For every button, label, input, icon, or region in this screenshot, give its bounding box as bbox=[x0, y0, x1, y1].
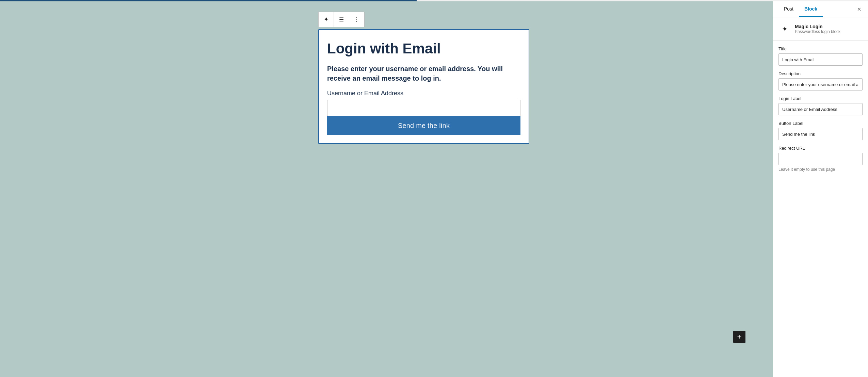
field-input-button-label[interactable] bbox=[778, 128, 863, 140]
sidebar-fields: Title Description Login Label Button Lab… bbox=[773, 41, 868, 177]
field-group-login-label: Login Label bbox=[778, 96, 863, 115]
login-block-input[interactable] bbox=[327, 100, 520, 116]
field-input-title[interactable] bbox=[778, 53, 863, 66]
more-icon: ⋮ bbox=[354, 16, 359, 23]
sidebar-tabs: Post Block bbox=[778, 1, 823, 17]
align-icon: ☰ bbox=[339, 16, 344, 23]
login-block-input-label: Username or Email Address bbox=[327, 90, 520, 97]
field-group-redirect-url: Redirect URL Leave it empty to use this … bbox=[778, 146, 863, 172]
login-block-title: Login with Email bbox=[327, 40, 520, 57]
field-hint-redirect-url: Leave it empty to use this page bbox=[778, 167, 863, 172]
more-options-button[interactable]: ⋮ bbox=[349, 12, 364, 27]
block-type-icon: ✦ bbox=[778, 23, 791, 35]
field-label-title: Title bbox=[778, 46, 863, 51]
field-input-description[interactable] bbox=[778, 78, 863, 91]
field-input-login-label[interactable] bbox=[778, 103, 863, 115]
tab-block[interactable]: Block bbox=[799, 1, 823, 17]
magic-icon-button[interactable]: ✦ bbox=[319, 12, 334, 27]
field-group-title: Title bbox=[778, 46, 863, 66]
align-button[interactable]: ☰ bbox=[334, 12, 349, 27]
add-block-button[interactable]: + bbox=[733, 331, 745, 343]
plus-icon: + bbox=[737, 332, 742, 341]
login-block-send-button[interactable]: Send me the link bbox=[327, 116, 520, 135]
magic-wand-icon: ✦ bbox=[324, 16, 329, 23]
sidebar-close-button[interactable]: × bbox=[856, 4, 863, 15]
app-layout: ✦ ☰ ⋮ Login with Email Please enter your… bbox=[0, 1, 868, 377]
block-wrapper: ✦ ☰ ⋮ Login with Email Please enter your… bbox=[318, 12, 529, 144]
login-block: Login with Email Please enter your usern… bbox=[318, 29, 529, 144]
magic-login-icon: ✦ bbox=[782, 25, 788, 33]
login-block-description: Please enter your username or email addr… bbox=[327, 64, 520, 83]
block-toolbar: ✦ ☰ ⋮ bbox=[318, 12, 365, 27]
block-info-text: Magic Login Passwordless login block bbox=[795, 24, 840, 34]
tab-post[interactable]: Post bbox=[778, 1, 799, 17]
field-label-button-label: Button Label bbox=[778, 121, 863, 126]
block-name: Magic Login bbox=[795, 24, 840, 29]
block-info: ✦ Magic Login Passwordless login block bbox=[773, 17, 868, 41]
field-label-redirect-url: Redirect URL bbox=[778, 146, 863, 151]
field-group-description: Description bbox=[778, 71, 863, 91]
block-description: Passwordless login block bbox=[795, 29, 840, 34]
field-label-description: Description bbox=[778, 71, 863, 76]
field-group-button-label: Button Label bbox=[778, 121, 863, 140]
field-label-login-label: Login Label bbox=[778, 96, 863, 101]
field-input-redirect-url[interactable] bbox=[778, 153, 863, 165]
sidebar-header: Post Block × bbox=[773, 1, 868, 17]
canvas-area: ✦ ☰ ⋮ Login with Email Please enter your… bbox=[0, 1, 773, 377]
right-sidebar: Post Block × ✦ Magic Login Passwordless … bbox=[773, 1, 868, 377]
